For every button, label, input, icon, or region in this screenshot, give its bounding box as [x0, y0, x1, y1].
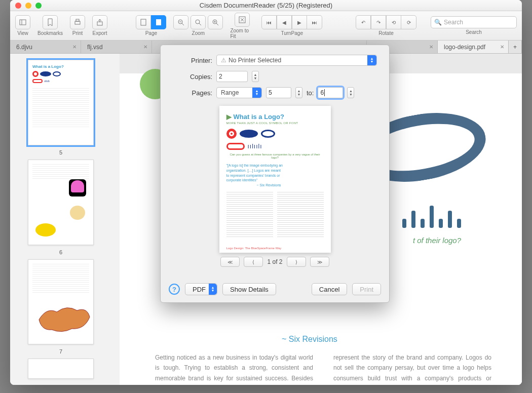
copies-label: Copies: — [173, 73, 212, 81]
search-placeholder: Search — [444, 19, 463, 26]
tab-label: 6.djvu — [16, 44, 32, 51]
preview-last-button[interactable]: ≫ — [310, 257, 329, 267]
rotate-right-all-button[interactable]: ⟳ — [401, 15, 416, 29]
rotate-left-button[interactable]: ↶ — [356, 15, 371, 29]
first-page-button[interactable]: ⏮ — [261, 15, 277, 29]
last-page-button[interactable]: ⏭ — [307, 15, 322, 29]
svg-rect-4 — [97, 22, 102, 25]
thumbnail-page-7[interactable] — [28, 259, 94, 345]
search-label: Search — [466, 29, 482, 35]
chevron-updown-icon: ▲▼ — [367, 55, 376, 65]
attribution-text: ~ Six Revisions — [282, 335, 337, 344]
tab-logo-design-pdf[interactable]: logo-design.pdf✕ — [438, 41, 509, 53]
copies-stepper[interactable]: ▲▼ — [252, 71, 259, 82]
tab-label: logo-design.pdf — [444, 44, 485, 51]
range-to-label: to: — [307, 89, 314, 97]
range-to-input[interactable]: 6 — [318, 87, 343, 98]
svg-line-11 — [199, 23, 201, 25]
range-to-value: 6 — [320, 89, 324, 96]
printer-value: No Printer Selected — [229, 57, 281, 64]
preview-subtitle: MORE THAN JUST A COOL SYMBOL OR FONT — [226, 122, 324, 125]
rotate-label: Rotate — [378, 30, 393, 36]
next-page-button[interactable]: ▶ — [292, 15, 307, 29]
pdf-menu-button[interactable]: PDF ▲▼ — [185, 283, 217, 295]
rotate-left-all-button[interactable]: ⟲ — [386, 15, 401, 29]
printer-select[interactable]: ⚠ No Printer Selected ▲▼ — [216, 55, 377, 66]
print-dialog: Printer: ⚠ No Printer Selected ▲▼ Copies… — [160, 45, 390, 303]
copies-input[interactable]: 2 — [216, 71, 248, 82]
range-from-stepper[interactable]: ▲▼ — [295, 87, 302, 98]
page-mode-continuous-button[interactable] — [151, 15, 166, 29]
zoom-out-button[interactable] — [173, 15, 188, 29]
rotate-right-button[interactable]: ↷ — [371, 15, 386, 29]
zoom-actual-button[interactable] — [191, 15, 206, 29]
printer-label: Printer: — [173, 57, 212, 64]
close-icon[interactable]: ✕ — [500, 44, 504, 50]
tab-label: flj.vsd — [87, 44, 103, 51]
print-button[interactable] — [70, 15, 85, 29]
range-to-stepper[interactable]: ▲▼ — [347, 87, 354, 98]
add-tab-button[interactable]: + — [509, 41, 522, 53]
svg-rect-0 — [20, 20, 26, 25]
sidebar-scrollbar[interactable] — [111, 54, 120, 385]
zoom-in-button[interactable] — [208, 15, 223, 29]
export-label: Export — [93, 30, 107, 36]
preview-prev-button[interactable]: ⟨ — [244, 257, 263, 267]
export-button[interactable] — [92, 15, 107, 29]
view-label: View — [17, 30, 28, 36]
print-confirm-button[interactable]: Print — [352, 283, 381, 295]
close-icon[interactable]: ✕ — [72, 44, 77, 50]
bars-graphic — [402, 206, 461, 228]
search-input[interactable]: 🔍 Search — [431, 16, 517, 28]
preview-next-button[interactable]: ⟩ — [287, 257, 306, 267]
thumbnail-page-5[interactable]: What is a Logo? ıılıılı — [28, 60, 94, 145]
svg-rect-3 — [76, 19, 79, 21]
preview-nav: ≪ ⟨ 1 of 2 ⟩ ≫ — [161, 257, 389, 267]
svg-rect-2 — [75, 21, 80, 24]
body-column-right: represent the story of the brand and com… — [333, 352, 491, 385]
range-from-input[interactable]: 5 — [266, 87, 291, 98]
toolbar: View Bookmarks Print Export Page — [10, 11, 522, 41]
svg-rect-5 — [141, 19, 146, 25]
zoom-label: Zoom — [192, 30, 205, 36]
svg-line-9 — [182, 23, 184, 25]
window-title: Cisdem DocumentReader (5/25) (Registered… — [10, 2, 522, 9]
svg-rect-6 — [156, 19, 161, 25]
pages-mode-value: Range — [221, 89, 239, 96]
thumbnail-page-6[interactable] — [28, 160, 94, 245]
zoom-fit-button[interactable] — [235, 13, 250, 27]
bookmarks-button[interactable] — [43, 15, 58, 29]
thumbnail-page-8[interactable] — [28, 359, 94, 379]
show-details-button[interactable]: Show Details — [222, 283, 276, 295]
pages-mode-select[interactable]: Range ▲▼ — [216, 87, 262, 98]
close-icon[interactable]: ✕ — [143, 44, 147, 50]
print-preview: ▶What is a Logo? MORE THAN JUST A COOL S… — [219, 106, 331, 253]
prev-page-button[interactable]: ◀ — [277, 15, 292, 29]
page-label: Page — [145, 30, 157, 36]
thumbnail-label: 5 — [59, 149, 62, 155]
thumbnail-sidebar: What is a Logo? ıılıılı 5 — [10, 54, 111, 385]
close-icon[interactable]: ✕ — [429, 44, 433, 50]
body-column-left: Getting noticed as a new business in tod… — [155, 352, 313, 385]
turnpage-label: TurnPage — [281, 30, 303, 36]
copies-value: 2 — [219, 73, 222, 80]
pages-label: Pages: — [173, 89, 212, 97]
preview-title: ▶What is a Logo? — [226, 113, 324, 121]
range-from-value: 5 — [269, 89, 272, 96]
thumbnail-label: 7 — [59, 348, 62, 355]
view-button[interactable] — [15, 15, 30, 29]
tab-flj-vsd[interactable]: flj.vsd✕ — [81, 41, 152, 53]
tab-6-djvu[interactable]: 6.djvu✕ — [10, 41, 81, 53]
app-window: Cisdem DocumentReader (5/25) (Registered… — [10, 0, 522, 385]
page-mode-single-button[interactable] — [136, 15, 151, 29]
thumbnail-label: 6 — [59, 249, 62, 255]
cancel-button[interactable]: Cancel — [312, 283, 347, 295]
chevron-updown-icon: ▲▼ — [252, 88, 261, 98]
help-button[interactable]: ? — [169, 284, 180, 295]
titlebar: Cisdem DocumentReader (5/25) (Registered… — [10, 0, 522, 11]
bookmarks-label: Bookmarks — [37, 30, 63, 36]
chevron-updown-icon: ▲▼ — [209, 284, 217, 295]
preview-first-button[interactable]: ≪ — [220, 257, 240, 267]
preview-counter: 1 of 2 — [267, 258, 282, 265]
search-icon: 🔍 — [434, 19, 442, 26]
